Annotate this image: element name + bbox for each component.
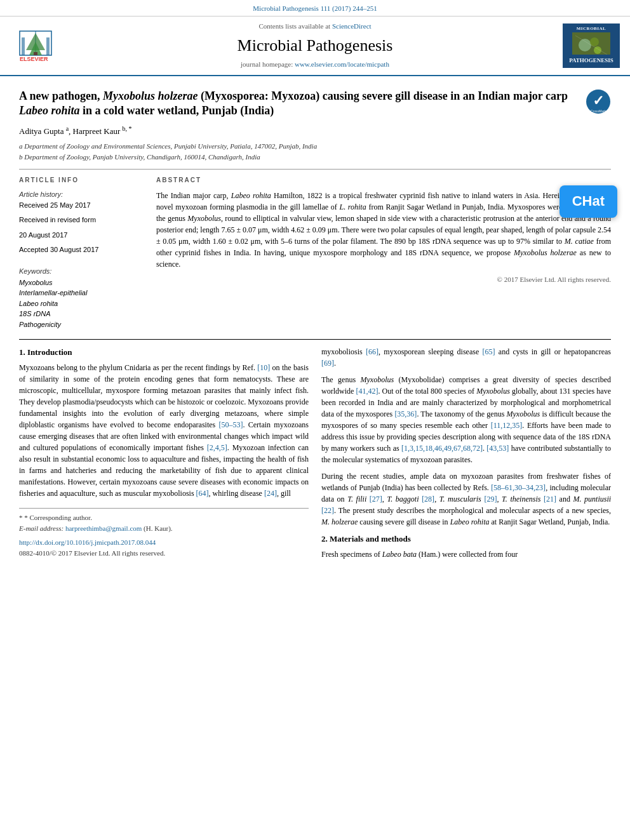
logo-main-text: PATHOGENESIS [569, 57, 613, 64]
intro-para3: The genus Myxobolus (Myxobolidae) compri… [321, 374, 611, 465]
crossmark-logo[interactable]: ✓ CrossMark [586, 89, 611, 114]
ref-2-4-5-link[interactable]: [2,4,5] [207, 443, 227, 452]
journal-line: Microbial Pathogenesis 111 (2017) 244–25… [0, 0, 630, 17]
doi-line: http://dx.doi.org/10.1016/j.jmicpath.201… [19, 537, 309, 548]
doi-link[interactable]: http://dx.doi.org/10.1016/j.jmicpath.201… [19, 538, 156, 546]
page: Microbial Pathogenesis 111 (2017) 244–25… [0, 0, 630, 578]
copyright-line: © 2017 Elsevier Ltd. All rights reserved… [156, 275, 611, 284]
journal-logo-box: MICROBIAL PATHOGENESIS [563, 23, 620, 68]
logo-top-text: MICROBIAL [577, 26, 607, 32]
methods-para1: Fresh specimens of Labeo bata (Ham.) wer… [321, 549, 611, 560]
ref-10-link[interactable]: [10] [257, 363, 270, 372]
ref-21-link[interactable]: [21] [544, 495, 556, 503]
revised-date: 20 August 2017 [19, 230, 146, 240]
affiliation-b: b Department of Zoology, Panjab Universi… [19, 152, 611, 162]
svg-text:CrossMark: CrossMark [591, 109, 607, 113]
journal-title: Microbial Pathogenesis [80, 34, 550, 57]
ref-22-link[interactable]: [22] [321, 506, 334, 515]
ref-69-link[interactable]: [69] [321, 359, 334, 368]
ref-27-link[interactable]: [27] [370, 495, 382, 503]
journal-logo-image [572, 32, 610, 55]
science-direct-text: Contents lists available at ScienceDirec… [80, 22, 550, 31]
ref-35-36-link[interactable]: [35,36] [394, 410, 417, 418]
issn-line: 0882-4010/© 2017 Elsevier Ltd. All right… [19, 548, 309, 559]
ref-29-link[interactable]: [29] [484, 495, 497, 503]
ref-65-link[interactable]: [65] [483, 347, 495, 356]
body-divider [19, 339, 611, 340]
revised-label: Received in revised form [19, 215, 146, 225]
accepted-date: Accepted 30 August 2017 [19, 245, 146, 255]
body-two-col: 1. Introduction Myxozoans belong to the … [19, 346, 611, 566]
keyword-4: 18S rDNA [19, 309, 146, 319]
science-direct-link[interactable]: ScienceDirect [332, 22, 372, 30]
svg-text:ELSEVIER: ELSEVIER [20, 56, 48, 62]
affil-sup-b: b, * [123, 125, 132, 132]
affiliations: a Department of Zoology and Environmenta… [19, 142, 611, 163]
svg-point-11 [594, 46, 601, 54]
body-col-right: myxoboliosis [66], myxosporean sleeping … [321, 346, 611, 566]
email-note: E-mail address: harpreethimba@gmail.com … [19, 523, 309, 534]
article-info-label: ARTICLE INFO [19, 176, 146, 185]
ref-64-link[interactable]: [64] [196, 489, 209, 498]
keyword-5: Pathogenicity [19, 320, 146, 330]
ref-50-53-link[interactable]: [50–53] [219, 420, 243, 429]
journal-logo-area: MICROBIAL PATHOGENESIS [550, 23, 620, 68]
keyword-1: Myxobolus [19, 278, 146, 288]
ref-66-link[interactable]: [66] [366, 347, 379, 356]
article-title: A new pathogen, Myxobolus holzerae (Myxo… [19, 89, 579, 119]
keywords-label: Keywords: [19, 267, 146, 276]
journal-header: ELSEVIER Contents lists available at Sci… [0, 17, 630, 76]
body-col-left: 1. Introduction Myxozoans belong to the … [19, 346, 309, 566]
elsevier-logo: ELSEVIER [17, 28, 74, 63]
abstract-label: ABSTRACT [156, 176, 611, 185]
article-info-col: ARTICLE INFO Article history: Received 2… [19, 176, 146, 330]
ref-43-53-link[interactable]: [43,53] [486, 444, 509, 453]
keyword-3: Labeo rohita [19, 299, 146, 309]
affil-sup-a: a [66, 125, 69, 132]
ref-11-12-35-link[interactable]: [11,12,35] [491, 421, 523, 430]
journal-homepage-link[interactable]: www.elsevier.com/locate/micpath [295, 60, 389, 68]
svg-rect-5 [22, 37, 25, 55]
journal-citation: Microbial Pathogenesis 111 (2017) 244–25… [253, 4, 377, 12]
journal-homepage: journal homepage: www.elsevier.com/locat… [80, 60, 550, 69]
keyword-2: Interlamellar-epithelial [19, 288, 146, 298]
intro-para2-start: myxoboliosis [66], myxosporean sleeping … [321, 346, 611, 369]
journal-header-center: Contents lists available at ScienceDirec… [80, 22, 550, 69]
ref-24-link[interactable]: [24] [264, 489, 277, 498]
corresponding-author-note: * * Corresponding author. [19, 512, 309, 523]
publisher-logo-area: ELSEVIER [10, 28, 80, 63]
article-body: A new pathogen, Myxobolus holzerae (Myxo… [0, 76, 630, 578]
footnotes: * * Corresponding author. E-mail address… [19, 508, 309, 558]
email-link[interactable]: harpreethimba@gmail.com [65, 524, 142, 532]
svg-point-9 [579, 39, 591, 51]
svg-text:✓: ✓ [593, 93, 604, 109]
authors: Aditya Gupta a, Harpreet Kaur b, * [19, 124, 611, 138]
ref-28-link[interactable]: [28] [422, 495, 434, 503]
affiliation-a: a Department of Zoology and Environmenta… [19, 142, 611, 151]
abstract-text: The Indian major carp, Labeo rohita Hami… [156, 190, 611, 270]
article-history-label: Article history: [19, 190, 146, 199]
ref-58-61-link[interactable]: [58–61,30–34,23] [491, 483, 546, 492]
svg-rect-4 [34, 52, 37, 55]
chat-badge[interactable]: CHat [560, 185, 617, 218]
info-abstract-section: ARTICLE INFO Article history: Received 2… [19, 169, 611, 330]
article-title-section: A new pathogen, Myxobolus holzerae (Myxo… [19, 83, 611, 119]
section1-heading: 1. Introduction [19, 346, 309, 359]
ref-41-42-link[interactable]: [41,42] [356, 387, 378, 396]
section2-heading: 2. Materials and methods [321, 533, 611, 545]
intro-para4: During the recent studies, ample data on… [321, 470, 611, 528]
svg-rect-6 [46, 37, 50, 55]
received-date: Received 25 May 2017 [19, 201, 146, 210]
intro-para1: Myxozoans belong to the phylum Cnidaria … [19, 362, 309, 499]
ref-1-3-15-link[interactable]: [1,3,15,18,46,49,67,68,72] [401, 444, 483, 453]
abstract-col: ABSTRACT The Indian major carp, Labeo ro… [156, 176, 611, 330]
